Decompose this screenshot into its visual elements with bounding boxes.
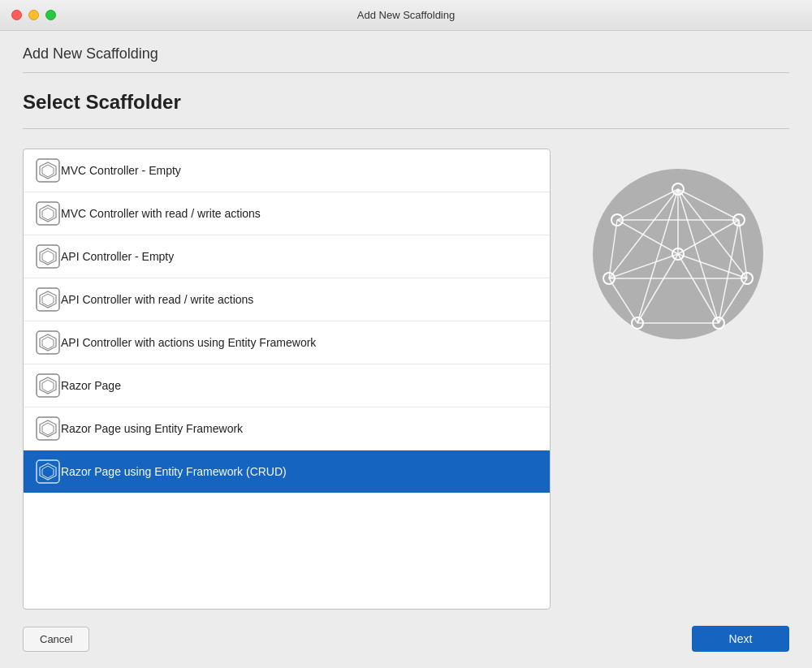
list-item[interactable]: Razor Page using Entity Framework [24, 407, 550, 450]
window-title: Add New Scaffolding [357, 9, 455, 21]
item-label: API Controller with read / write actions [61, 293, 253, 306]
section-title: Select Scaffolder [23, 91, 789, 114]
item-label: API Controller with actions using Entity… [61, 336, 316, 349]
item-label: API Controller - Empty [61, 250, 174, 263]
cancel-button[interactable]: Cancel [23, 627, 89, 652]
list-item-selected[interactable]: Razor Page using Entity Framework (CRUD) [24, 450, 550, 493]
page-header: Add New Scaffolding [0, 31, 812, 72]
list-item[interactable]: MVC Controller with read / write actions [24, 192, 550, 235]
close-button[interactable] [11, 10, 22, 20]
list-item[interactable]: API Controller with read / write actions [24, 278, 550, 321]
main-area: MVC Controller - Empty MVC Controller wi… [0, 129, 812, 610]
svg-marker-11 [42, 294, 54, 306]
svg-marker-23 [42, 466, 54, 478]
scaffolder-list: MVC Controller - Empty MVC Controller wi… [23, 149, 551, 610]
scaffolder-icon [35, 459, 61, 485]
svg-marker-17 [42, 380, 54, 392]
svg-marker-14 [42, 337, 54, 349]
minimize-button[interactable] [28, 10, 39, 20]
page-header-title: Add New Scaffolding [23, 45, 158, 62]
scaffolder-icon [35, 330, 61, 356]
scaffolder-icon [35, 243, 61, 269]
section-title-area: Select Scaffolder [0, 73, 812, 128]
scaffolder-icon [35, 416, 61, 442]
next-button[interactable]: Next [692, 626, 789, 652]
footer: Cancel Next [0, 610, 812, 668]
title-bar: Add New Scaffolding [0, 0, 812, 31]
svg-marker-5 [42, 208, 54, 220]
scaffolder-icon [35, 373, 61, 399]
list-item[interactable]: API Controller with actions using Entity… [24, 321, 550, 364]
scaffolder-icon [35, 200, 61, 226]
list-item[interactable]: API Controller - Empty [24, 235, 550, 278]
svg-marker-20 [42, 423, 54, 435]
content-area: Add New Scaffolding Select Scaffolder MV… [0, 31, 812, 668]
svg-marker-8 [42, 251, 54, 263]
scaffolder-icon [35, 157, 61, 183]
network-preview-icon [589, 165, 767, 343]
item-label: MVC Controller with read / write actions [61, 207, 261, 220]
svg-marker-2 [42, 165, 54, 177]
preview-area [567, 149, 789, 610]
maximize-button[interactable] [45, 10, 56, 20]
item-label: Razor Page [61, 379, 121, 392]
item-label: Razor Page using Entity Framework [61, 422, 243, 435]
item-label: MVC Controller - Empty [61, 164, 181, 177]
scaffolder-icon [35, 287, 61, 312]
list-item[interactable]: Razor Page [24, 364, 550, 407]
list-item[interactable]: MVC Controller - Empty [24, 149, 550, 192]
item-label: Razor Page using Entity Framework (CRUD) [61, 465, 287, 478]
window-controls [11, 10, 56, 20]
